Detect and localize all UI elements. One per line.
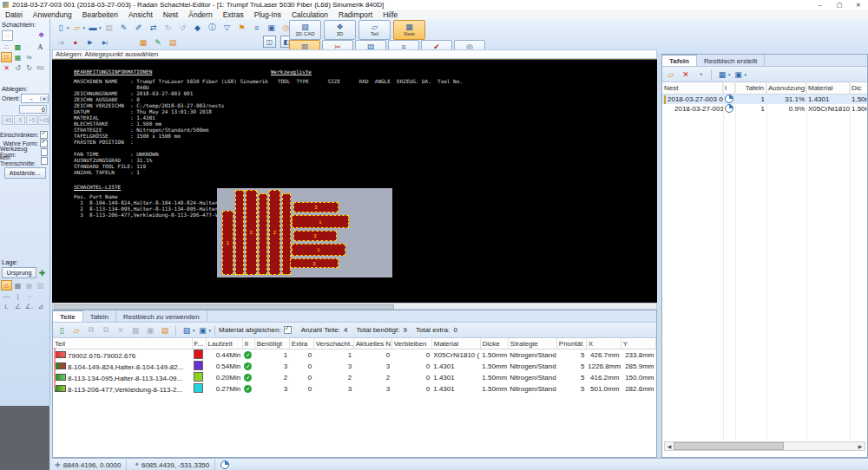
col-status[interactable]: II — [242, 338, 254, 349]
remove-part-icon[interactable]: ✕ — [114, 323, 128, 336]
nest-viewport[interactable]: BEARBEITUNGSINFORMATIONEN Werkzeugliste … — [52, 59, 657, 304]
col-benoetigt[interactable]: Benötigt — [254, 338, 289, 349]
col-extra[interactable]: Extra — [289, 338, 313, 349]
menu-nest[interactable]: Nest — [158, 10, 183, 19]
table-row[interactable]: 79002.676-79002.676 0.44Min ✓ 1 0 1 0 0 … — [53, 349, 656, 362]
col-y[interactable]: Y — [621, 338, 655, 349]
menu-extras[interactable]: Extras — [218, 10, 249, 19]
col-material-right[interactable]: Material — [806, 82, 850, 94]
mirror-icon[interactable]: S|2 — [35, 62, 46, 73]
delete-part-icon[interactable]: ✕ — [1, 62, 12, 73]
tab-restblech-erstellt[interactable]: Restblech erstellt — [697, 55, 765, 66]
nested-part[interactable]: 3 — [293, 202, 339, 212]
rotate-cw-icon[interactable]: ↻ — [23, 62, 35, 73]
step-back-icon[interactable]: |◀ — [54, 36, 68, 49]
save-dropdown-icon[interactable]: ▾ — [99, 25, 102, 30]
open-icon[interactable]: ▱ — [70, 21, 84, 34]
open-dropdown-icon[interactable]: ▾ — [83, 25, 86, 30]
col-verbleiben[interactable]: Verbleiben — [391, 338, 431, 349]
maximize-button[interactable]: ▢ — [830, 2, 849, 9]
refresh-nest-icon[interactable]: ◔ — [694, 68, 707, 81]
table-row[interactable]: 8-104-149-824,Halter-8-104-149-82... 0.5… — [53, 361, 656, 372]
fill-sheet-icon[interactable]: ▩ — [12, 42, 23, 52]
material-abgleichen-checkbox[interactable] — [284, 326, 292, 334]
col-dicke-right[interactable]: Dic — [850, 82, 867, 94]
nested-part[interactable]: 2 — [269, 190, 280, 275]
text-tool-icon[interactable]: A — [35, 42, 46, 52]
column-config-icon[interactable]: ▣ — [732, 68, 746, 81]
scroll-left-icon[interactable]: ◀ — [665, 443, 674, 449]
home-position-icon[interactable]: ⌂ — [1, 280, 12, 290]
col-aktuelles[interactable]: Aktuelles N... — [353, 338, 391, 349]
filter-icon[interactable]: ▽ — [220, 21, 234, 34]
angle-dot-icon[interactable]: ∠. — [23, 301, 35, 311]
col-strategie[interactable]: Strategie — [508, 338, 556, 349]
close-button[interactable]: ✕ — [849, 2, 868, 9]
view-mode-dropdown-icon[interactable]: ▾ — [728, 72, 731, 77]
nested-part[interactable]: 1 — [222, 211, 233, 275]
edit-nest-icon[interactable]: ✎ — [151, 36, 165, 49]
workflow-3d-button[interactable]: ❖ 3D — [324, 20, 356, 40]
scrollbar-thumb[interactable] — [674, 442, 784, 450]
view-mode-icon[interactable]: ▨ — [180, 323, 194, 336]
copy-icon[interactable]: ⧉ — [84, 323, 98, 336]
grid-array-icon[interactable]: ▦ — [12, 280, 23, 290]
redo-icon[interactable]: ↻ — [161, 21, 175, 34]
col-nest[interactable]: Nest — [662, 82, 723, 94]
workflow-nest-button[interactable]: ▦ Nest — [393, 20, 425, 40]
list-icon[interactable]: ≡ — [250, 21, 264, 34]
table-row[interactable]: 8-113-134-095,Halter-8-113-134-09... 0.2… — [53, 372, 656, 383]
trennschnitte-checkbox[interactable] — [41, 157, 48, 165]
number-parts-icon[interactable]: № — [23, 52, 35, 62]
col-f[interactable]: F... — [192, 338, 206, 349]
rotate-ccw-icon[interactable]: ↺ — [12, 62, 23, 73]
col-verschachtelt[interactable]: Verschacht... — [313, 338, 353, 349]
col-material[interactable]: Material — [431, 338, 480, 349]
tab-teile[interactable]: Teile — [53, 310, 83, 322]
angle-icon[interactable]: ∠ — [12, 301, 23, 311]
einschraenken-checkbox[interactable] — [40, 131, 48, 139]
angle-plus45-button[interactable]: +45 — [38, 115, 49, 125]
nested-part[interactable]: 1 — [292, 215, 349, 228]
col-teil[interactable]: Teil — [53, 338, 192, 349]
nested-part[interactable] — [235, 190, 244, 275]
menu-aendern[interactable]: Ändern — [183, 10, 217, 19]
align-corner-icon[interactable]: ¬ — [23, 290, 35, 301]
save-icon[interactable]: ▬ — [86, 21, 100, 34]
grid-array2-icon[interactable]: ▦ — [23, 280, 35, 290]
abstaende-button[interactable]: Abstände... — [4, 167, 46, 179]
grid-diagonal-icon[interactable]: ▨ — [35, 280, 46, 290]
sheet-preview[interactable]: 1 2 2 3 1 3 1 3 — [217, 188, 392, 277]
stop-icon[interactable]: ■ — [69, 36, 82, 49]
auto-nest-icon[interactable]: ▦ — [12, 52, 23, 62]
col-prioritaet[interactable]: Priorität — [556, 338, 586, 349]
nested-part[interactable]: 3 — [290, 258, 339, 268]
angle-input[interactable] — [19, 105, 47, 114]
print-icon[interactable]: ▤ — [102, 21, 116, 34]
menu-anwendung[interactable]: Anwendung — [28, 10, 77, 19]
panel-icon[interactable]: ▣ — [265, 21, 279, 34]
column-config-dropdown-icon[interactable]: ▾ — [745, 72, 747, 77]
angle-plus5-button[interactable]: +5 — [26, 115, 37, 125]
origin-marker-icon[interactable]: ✚ — [36, 268, 48, 278]
draw-icon[interactable]: ✎ — [117, 21, 131, 34]
tab-tafeln-right[interactable]: Tafeln — [662, 55, 697, 66]
play-icon[interactable]: ▶ — [83, 36, 97, 49]
new-icon[interactable]: ▯ — [54, 21, 68, 34]
workflow-2d-cad-button[interactable]: ▧ 2D CAD — [289, 20, 321, 40]
menu-bearbeiten[interactable]: Bearbeiten — [77, 10, 123, 19]
ursprung-button[interactable]: Ursprung — [2, 267, 36, 278]
column-config-icon[interactable]: ▣ — [196, 323, 210, 336]
align-horizontal-icon[interactable]: — — [1, 290, 12, 301]
angle-minus45-button[interactable]: -45 — [2, 115, 13, 125]
menu-datei[interactable]: Datei — [0, 10, 28, 19]
angle-measure-icon[interactable]: ⊿ — [35, 301, 46, 311]
nest-row-selected[interactable]: 2018-03-27-003 001 1 31.1% 1.4301 1.50m — [662, 95, 867, 104]
align-points-icon[interactable]: ∙∙ — [35, 290, 46, 301]
part-lock-icon[interactable]: ▣ — [143, 323, 157, 336]
swap-icon[interactable]: ⇄ — [147, 21, 161, 34]
tab-restblech[interactable]: Restblech zu verwenden — [116, 310, 207, 322]
nested-part[interactable] — [259, 193, 267, 275]
menu-hilfe[interactable]: Hilfe — [378, 10, 403, 19]
nest-row[interactable]: 2018-03-27-003 002 1 0.9% X05CrNi1810 ( … — [662, 104, 867, 114]
